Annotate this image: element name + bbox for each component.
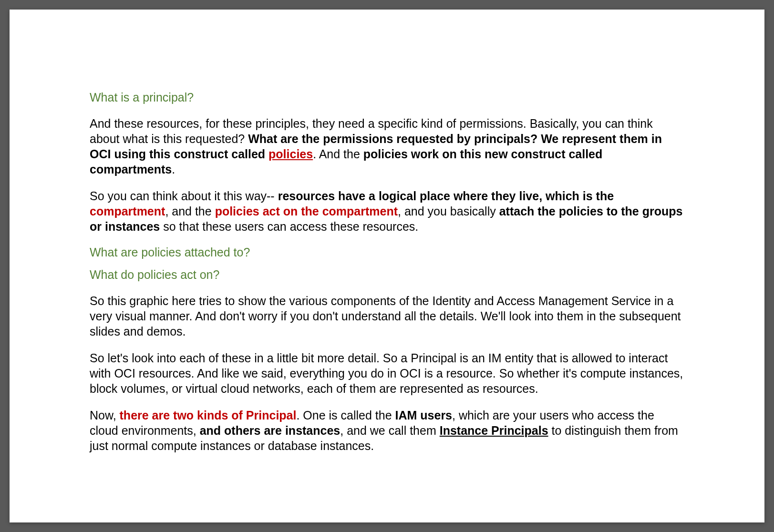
text-run: so that these users can access these res…: [160, 220, 418, 233]
text-run: Now,: [90, 409, 120, 422]
heading-policies-act-on: What do policies act on?: [90, 268, 684, 282]
text-run: . One is called the: [296, 409, 395, 422]
text-run: So this graphic here tries to show the v…: [90, 294, 681, 338]
text-run: So you can think about it this way--: [90, 189, 278, 203]
paragraph-2: So you can think about it this way-- res…: [90, 188, 684, 234]
text-run-policies-link: policies: [268, 147, 313, 161]
text-run: So let's look into each of these in a li…: [90, 351, 683, 395]
text-run-compartment: compartment: [90, 205, 165, 218]
text-run-instance-principals: Instance Principals: [440, 424, 548, 437]
text-run-policies-act: policies act on the compartment: [215, 205, 398, 218]
paragraph-3: So this graphic here tries to show the v…: [90, 293, 684, 339]
text-run-two-kinds: there are two kinds of Principal: [120, 409, 297, 422]
text-run-bold: resources have a logical place where the…: [278, 189, 614, 203]
heading-what-is-principal: What is a principal?: [90, 91, 684, 104]
paragraph-4: So let's look into each of these in a li…: [90, 350, 684, 396]
text-run: . And the: [313, 147, 363, 161]
paragraph-5: Now, there are two kinds of Principal. O…: [90, 408, 684, 453]
document-page: What is a principal? And these resources…: [10, 10, 764, 522]
text-run-iam-users: IAM users: [395, 409, 452, 422]
text-run: , and the: [165, 205, 215, 218]
paragraph-1: And these resources, for these principle…: [90, 116, 684, 177]
heading-policies-attached: What are policies attached to?: [90, 246, 684, 259]
text-run-others-instances: and others are instances: [200, 424, 341, 437]
text-run: , and we call them: [340, 424, 439, 437]
text-run: .: [172, 163, 175, 176]
text-run: , and you basically: [398, 205, 499, 218]
